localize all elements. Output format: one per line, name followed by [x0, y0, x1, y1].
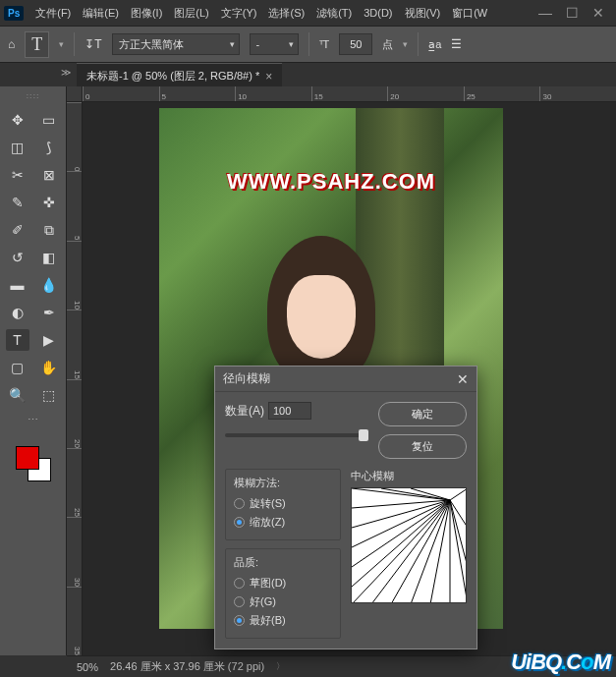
svg-line-15: [450, 488, 467, 500]
blur-center-label: 中心模糊: [351, 469, 467, 483]
ruler-horizontal[interactable]: 0 5 10 15 20 25 30: [83, 86, 616, 102]
font-style-select[interactable]: [250, 33, 299, 55]
quality-legend: 品质:: [234, 555, 332, 570]
menu-layer[interactable]: 图层(L): [168, 6, 214, 21]
tool-patch[interactable]: ✜: [37, 192, 61, 213]
slider-thumb[interactable]: [359, 429, 368, 441]
radio-draft[interactable]: 草图(D): [234, 574, 332, 592]
radio-zoom[interactable]: 缩放(Z): [234, 513, 332, 532]
app-badge: Ps: [4, 6, 24, 21]
dialog-title: 径向模糊: [223, 370, 270, 387]
zoom-level[interactable]: 50%: [77, 661, 98, 673]
radio-zoom-label: 缩放(Z): [250, 515, 285, 530]
anti-alias-icon[interactable]: a̲a: [428, 38, 441, 51]
document-tab[interactable]: 未标题-1 @ 50% (图层 2, RGB/8#) * ×: [77, 63, 282, 88]
maximize-icon[interactable]: ☐: [566, 5, 579, 21]
dialog-titlebar[interactable]: 径向模糊 ✕: [215, 367, 476, 392]
ruler-tick: 10: [67, 241, 82, 310]
tool-marquee[interactable]: ◫: [6, 137, 29, 158]
tool-lasso[interactable]: ⟆: [37, 137, 61, 158]
radio-icon: [234, 498, 245, 509]
ruler-origin[interactable]: [67, 86, 83, 102]
tool-brush[interactable]: ✐: [6, 219, 29, 241]
ruler-vertical[interactable]: 0 5 10 15 20 25 30 35: [67, 102, 83, 655]
close-window-icon[interactable]: ✕: [592, 5, 604, 21]
document-tab-strip: 未标题-1 @ 50% (图层 2, RGB/8#) * ×: [0, 63, 616, 88]
ruler-tick: 5: [159, 86, 236, 101]
tool-hand[interactable]: ✋: [37, 357, 61, 378]
font-size-input[interactable]: [339, 33, 372, 55]
minimize-icon[interactable]: —: [538, 5, 552, 21]
tool-crop[interactable]: ✂: [6, 164, 29, 186]
tool-eyedropper[interactable]: ✎: [6, 192, 29, 213]
ruler-tick: 30: [539, 86, 616, 101]
image-watermark-text: WWW.PSAHZ.COM: [159, 169, 503, 195]
tool-3d[interactable]: ⬚: [37, 384, 61, 406]
radio-good[interactable]: 好(G): [234, 592, 332, 611]
ruler-tick: 10: [235, 86, 311, 101]
toolbox-more-icon[interactable]: ⋯: [28, 414, 38, 426]
menu-file[interactable]: 文件(F): [29, 6, 77, 21]
blur-center-preview[interactable]: [351, 487, 467, 603]
close-tab-icon[interactable]: ×: [265, 70, 272, 84]
amount-label: 数量(A): [225, 403, 264, 420]
ruler-tick: 30: [67, 517, 82, 586]
dialog-close-icon[interactable]: ✕: [457, 371, 469, 387]
chevron-down-icon[interactable]: ▾: [59, 39, 64, 49]
radio-icon: [234, 615, 245, 626]
svg-line-8: [391, 500, 450, 603]
amount-input[interactable]: [268, 402, 311, 420]
divider: [308, 32, 309, 56]
tool-pen[interactable]: ✒: [37, 302, 61, 323]
menu-3d[interactable]: 3D(D): [358, 7, 398, 19]
active-tool-preset[interactable]: T: [25, 31, 49, 58]
tool-eraser[interactable]: ◧: [37, 247, 61, 268]
tool-gradient[interactable]: ▬: [6, 274, 29, 296]
tool-shape[interactable]: ▢: [6, 357, 29, 378]
blur-method-legend: 模糊方法:: [234, 476, 332, 490]
ruler-tick: 25: [464, 86, 540, 101]
ruler-tick: 0: [67, 102, 82, 171]
tool-artboard[interactable]: ▭: [37, 109, 61, 131]
dialog-radial-blur: 径向模糊 ✕ 数量(A) 确定 复位 模糊方法: 旋转(S): [214, 366, 477, 649]
radio-icon: [234, 596, 245, 607]
tool-zoom[interactable]: 🔍: [6, 384, 29, 406]
tool-history-brush[interactable]: ↺: [6, 247, 29, 268]
status-chevron-icon[interactable]: 〉: [276, 660, 285, 673]
menu-filter[interactable]: 滤镜(T): [310, 6, 358, 21]
divider: [74, 32, 75, 56]
ok-button[interactable]: 确定: [378, 402, 467, 426]
home-icon[interactable]: ⌂: [8, 37, 15, 51]
radio-good-label: 好(G): [250, 594, 276, 609]
tool-move[interactable]: ✥: [6, 109, 29, 131]
menu-select[interactable]: 选择(S): [262, 6, 310, 21]
amount-slider[interactable]: [225, 433, 368, 437]
menu-edit[interactable]: 编辑(E): [77, 6, 125, 21]
radio-best[interactable]: 最好(B): [234, 611, 332, 630]
font-family-select[interactable]: [112, 33, 240, 55]
tool-blur[interactable]: 💧: [37, 274, 61, 296]
chevron-down-icon[interactable]: ▾: [403, 39, 408, 49]
tool-type[interactable]: T: [6, 329, 29, 351]
foreground-color-swatch[interactable]: [16, 446, 39, 470]
tool-clone[interactable]: ⧉: [37, 219, 61, 241]
menu-view[interactable]: 视图(V): [399, 6, 447, 21]
radio-spin[interactable]: 旋转(S): [234, 494, 332, 513]
menu-window[interactable]: 窗口(W: [446, 6, 493, 21]
document-info[interactable]: 26.46 厘米 x 37.96 厘米 (72 ppi): [110, 659, 264, 674]
toolbox: ∷∷ ✥ ▭ ◫ ⟆ ✂ ⊠ ✎ ✜ ✐ ⧉ ↺ ◧ ▬ 💧 ◐ ✒ T ▶ ▢…: [0, 86, 67, 655]
tool-frame[interactable]: ⊠: [37, 164, 61, 186]
tool-path-select[interactable]: ▶: [37, 329, 61, 351]
color-swatches[interactable]: [14, 444, 53, 483]
alignment-icon[interactable]: ☰: [451, 37, 462, 51]
ruler-tick: 20: [67, 379, 82, 448]
radio-icon: [234, 517, 245, 528]
text-orientation-icon[interactable]: ↧T: [84, 37, 101, 51]
expand-panels-icon[interactable]: ≫: [61, 67, 71, 78]
tool-dodge[interactable]: ◐: [6, 302, 29, 323]
reset-button[interactable]: 复位: [378, 434, 467, 459]
menu-image[interactable]: 图像(I): [125, 6, 168, 21]
menu-type[interactable]: 文字(Y): [215, 6, 263, 21]
toolbox-grip-icon[interactable]: ∷∷: [27, 92, 40, 101]
zoom-rays-icon: [352, 488, 467, 603]
